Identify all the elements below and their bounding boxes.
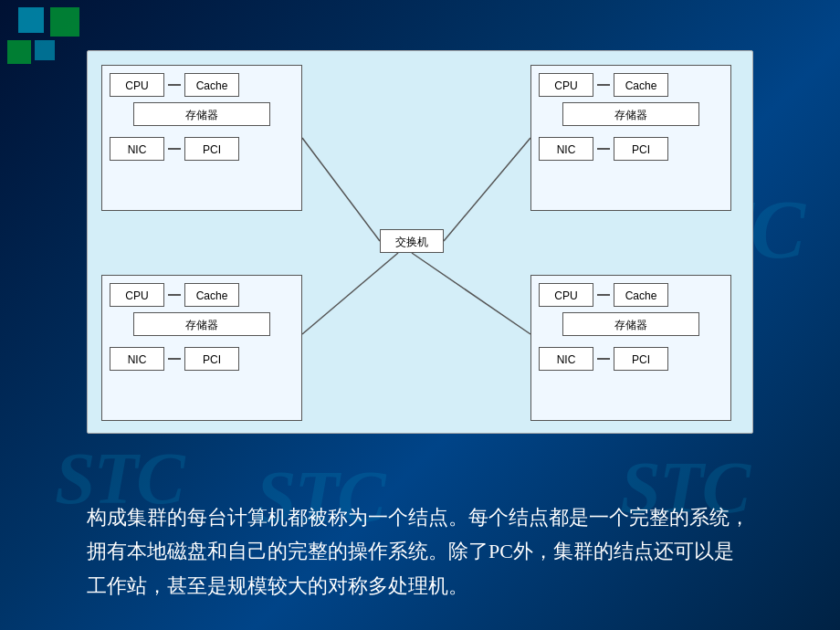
svg-line-3 [412, 253, 530, 334]
cpu-br: CPU [539, 283, 593, 307]
mem-tl: 存储器 [133, 102, 270, 126]
description-text: 构成集群的每台计算机都被称为一个结点。每个结点都是一个完整的系统，拥有本地磁盘和… [87, 500, 753, 603]
node-bottom-right: CPU Cache 存储器 NIC PCI [530, 275, 731, 421]
pci-tl: PCI [184, 137, 239, 161]
connector-cpu-cache-tr [597, 84, 610, 86]
cache-bl: Cache [184, 283, 239, 307]
cpu-tl: CPU [110, 73, 164, 97]
node-top-right: CPU Cache 存储器 NIC PCI [530, 65, 731, 211]
node-top-left: CPU Cache 存储器 NIC PCI [101, 65, 302, 211]
nic-br: NIC [539, 347, 593, 371]
diagram-area: CPU Cache 存储器 NIC PCI CPU Cache 存储器 NIC … [87, 50, 753, 434]
switch-box: 交换机 [380, 229, 444, 253]
nic-bl: NIC [110, 347, 164, 371]
nic-tl: NIC [110, 137, 164, 161]
nic-tr: NIC [539, 137, 593, 161]
pci-br: PCI [614, 347, 668, 371]
node-bottom-left: CPU Cache 存储器 NIC PCI [101, 275, 302, 421]
mem-tr: 存储器 [562, 102, 699, 126]
cache-tr: Cache [614, 73, 668, 97]
connector-cpu-cache-tl [168, 84, 181, 86]
connector-nic-pci-tl [168, 148, 181, 150]
paragraph-text: 构成集群的每台计算机都被称为一个结点。每个结点都是一个完整的系统，拥有本地磁盘和… [87, 506, 750, 597]
connector-nic-pci-br [597, 358, 610, 360]
cache-br: Cache [614, 283, 668, 307]
cpu-bl: CPU [110, 283, 164, 307]
connector-cpu-cache-bl [168, 294, 181, 296]
svg-line-1 [444, 138, 530, 241]
cache-tl: Cache [184, 73, 239, 97]
svg-line-2 [302, 253, 398, 334]
connector-nic-pci-tr [597, 148, 610, 150]
connector-nic-pci-bl [168, 358, 181, 360]
svg-line-0 [302, 138, 380, 241]
connector-cpu-cache-br [597, 294, 610, 296]
pci-tr: PCI [614, 137, 668, 161]
mem-br: 存储器 [562, 312, 699, 336]
pci-bl: PCI [184, 347, 239, 371]
cpu-tr: CPU [539, 73, 593, 97]
mem-bl: 存储器 [133, 312, 270, 336]
